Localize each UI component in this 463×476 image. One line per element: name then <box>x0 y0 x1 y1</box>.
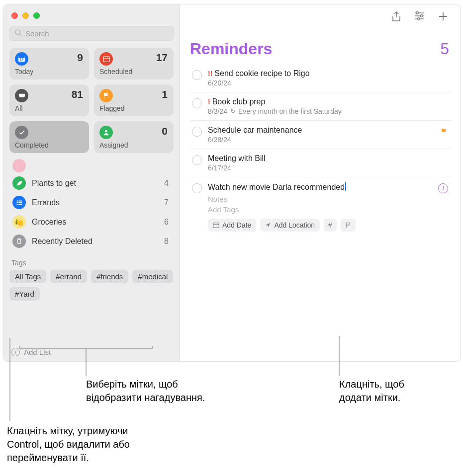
reminder-row-editing[interactable]: Watch new movie Darla recommended Notes … <box>190 177 452 237</box>
minimize-window-button[interactable] <box>22 12 29 19</box>
smart-all[interactable]: 81 All <box>9 84 89 116</box>
complete-toggle[interactable] <box>192 155 202 165</box>
reminder-subtitle: 6/20/24 <box>208 79 450 87</box>
smart-scheduled-label: Scheduled <box>99 68 132 76</box>
smart-assigned[interactable]: 0 Assigned <box>94 121 174 153</box>
sidebar: Search 14 9 Today 17 Scheduled <box>3 4 180 361</box>
reminder-title: Meeting with Bill <box>208 154 266 163</box>
svg-text:14: 14 <box>20 58 24 61</box>
smart-all-label: All <box>15 104 23 112</box>
smart-today-count: 9 <box>77 52 83 64</box>
add-location-button[interactable]: Add Location <box>260 219 320 232</box>
svg-point-19 <box>418 18 420 20</box>
smart-all-count: 81 <box>72 88 83 100</box>
svg-rect-11 <box>18 200 22 201</box>
smart-completed-label: Completed <box>15 141 49 149</box>
reminder-row[interactable]: ! Book club prep 8/3/24 ↻ Every month on… <box>190 92 452 121</box>
view-options-button[interactable] <box>414 11 425 24</box>
priority-indicator: ! <box>208 98 210 106</box>
list-item-plants[interactable]: Plants to get 4 <box>9 173 174 193</box>
tag-errand[interactable]: #errand <box>50 270 87 283</box>
add-list-label: Add List <box>24 348 51 356</box>
list-count: 5 <box>440 40 449 58</box>
complete-toggle[interactable] <box>192 70 202 80</box>
smart-assigned-label: Assigned <box>99 141 128 149</box>
list-title: Reminders <box>190 40 272 58</box>
search-icon <box>14 29 22 38</box>
reminders-list: !! Send cookie recipe to Rigo 6/20/24 ! … <box>190 64 452 237</box>
list-label: Recently Deleted <box>32 237 158 246</box>
list-item-errands[interactable]: Errands 7 <box>9 193 174 212</box>
complete-toggle[interactable] <box>192 183 202 193</box>
tag-yard[interactable]: #Yard <box>9 287 40 301</box>
search-input[interactable]: Search <box>9 26 174 41</box>
reminders-window: Search 14 9 Today 17 Scheduled <box>3 4 461 362</box>
list-count: 8 <box>164 237 169 246</box>
trash-icon <box>12 235 26 248</box>
calendar-icon <box>99 52 113 66</box>
add-date-button[interactable]: Add Date <box>208 219 256 232</box>
reminder-edit-toolbar: Add Date Add Location # <box>208 219 450 232</box>
annotations: Виберіть мітки, щоб відобразити нагадува… <box>3 362 461 476</box>
reminder-row[interactable]: Meeting with Bill 6/17/24 <box>190 149 452 177</box>
svg-line-1 <box>19 34 21 36</box>
reminder-title-input[interactable]: Watch new movie Darla recommended <box>208 182 346 192</box>
smart-today[interactable]: 14 9 Today <box>9 48 89 79</box>
list-header: Reminders 5 <box>190 28 452 64</box>
smart-scheduled[interactable]: 17 Scheduled <box>94 48 174 79</box>
smart-today-label: Today <box>15 68 33 76</box>
smart-lists: 14 9 Today 17 Scheduled 81 All <box>9 48 174 153</box>
reminder-title: Schedule car maintenance <box>208 126 302 135</box>
add-flag-button[interactable] <box>341 219 356 232</box>
reminder-subtitle: 8/3/24 ↻ Every month on the first Saturd… <box>208 107 450 115</box>
zoom-window-button[interactable] <box>33 12 40 19</box>
complete-toggle[interactable] <box>192 98 202 108</box>
info-button[interactable]: i <box>438 183 448 193</box>
smart-flagged[interactable]: 1 Flagged <box>94 84 174 116</box>
reminder-title: Book club prep <box>212 97 266 106</box>
close-window-button[interactable] <box>11 12 18 19</box>
tags-list: All Tags #errand #friends #medical #Yard <box>9 270 174 301</box>
reminder-row[interactable]: !! Send cookie recipe to Rigo 6/20/24 <box>190 64 452 92</box>
complete-toggle[interactable] <box>192 127 202 137</box>
add-tag-button[interactable]: # <box>324 219 337 232</box>
list-bullet-icon <box>12 196 26 209</box>
leaf-icon <box>12 176 26 190</box>
list-count: 7 <box>164 198 169 207</box>
calendar-icon <box>213 222 219 229</box>
reminder-title: Send cookie recipe to Rigo <box>214 69 309 78</box>
svg-point-9 <box>16 202 17 203</box>
smart-completed[interactable]: Completed <box>9 121 89 153</box>
svg-point-0 <box>15 30 20 34</box>
repeat-icon: ↻ <box>230 108 235 115</box>
add-list-button[interactable]: + Add List <box>9 342 174 361</box>
list-count: 6 <box>164 218 169 227</box>
svg-point-7 <box>105 130 107 133</box>
add-reminder-button[interactable] <box>438 11 448 24</box>
list-icon <box>12 159 26 172</box>
callout-add-tags: Клацніть, щоб додати мітки. <box>339 378 404 404</box>
tag-all[interactable]: All Tags <box>9 270 46 283</box>
callout-ctrl-click: Клацніть мітку, утримуючи Control, щоб в… <box>7 424 130 465</box>
list-item-groceries[interactable]: 🍋 Groceries 6 <box>9 212 174 232</box>
main-content: Reminders 5 !! Send cookie recipe to Rig… <box>180 4 460 361</box>
share-button[interactable] <box>391 11 401 24</box>
list-item-recently-deleted[interactable]: Recently Deleted 8 <box>9 232 174 251</box>
tag-friends[interactable]: #friends <box>91 270 128 283</box>
toolbar <box>190 9 452 28</box>
tags-heading: Tags <box>9 259 174 267</box>
svg-rect-5 <box>103 56 109 62</box>
hash-icon: # <box>328 221 332 229</box>
tag-medical[interactable]: #medical <box>132 270 173 283</box>
tray-icon <box>15 89 28 102</box>
lemon-icon: 🍋 <box>12 215 26 229</box>
list-item[interactable] <box>9 159 174 173</box>
notes-input[interactable]: Notes <box>208 194 450 204</box>
list-label: Groceries <box>32 218 158 227</box>
reminder-row[interactable]: Schedule car maintenance 6/28/24 <box>190 121 452 149</box>
svg-point-17 <box>416 12 419 14</box>
add-tags-input[interactable]: Add Tags <box>208 204 450 215</box>
svg-point-10 <box>16 204 17 205</box>
svg-point-18 <box>421 15 423 17</box>
calendar-today-icon: 14 <box>15 52 28 66</box>
